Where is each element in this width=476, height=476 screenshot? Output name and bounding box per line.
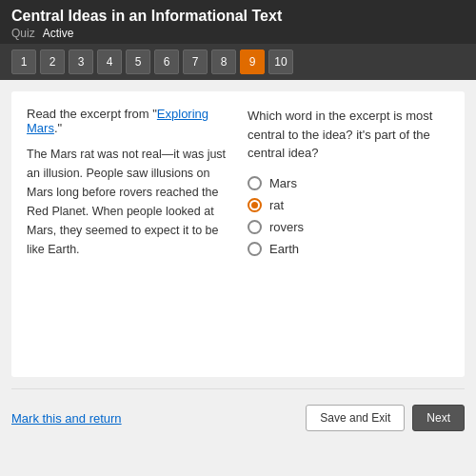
save-exit-button[interactable]: Save and Exit <box>306 405 405 431</box>
quiz-label: Quiz <box>11 27 35 40</box>
option-rovers[interactable]: rovers <box>248 220 449 234</box>
nav-button-3[interactable]: 3 <box>69 50 93 74</box>
nav-button-9[interactable]: 9 <box>240 50 265 74</box>
option-label: rovers <box>269 220 304 234</box>
page-title: Central Ideas in an Informational Text <box>11 8 465 25</box>
nav-button-8[interactable]: 8 <box>211 50 236 74</box>
next-button[interactable]: Next <box>412 405 465 431</box>
question-nav: 12345678910 <box>0 44 476 80</box>
radio-circle <box>248 176 262 190</box>
nav-button-2[interactable]: 2 <box>40 50 65 74</box>
excerpt-text: The Mars rat was not real—it was just an… <box>27 145 228 259</box>
radio-circle <box>248 242 262 256</box>
radio-circle <box>248 198 262 212</box>
nav-button-1[interactable]: 1 <box>11 50 36 74</box>
radio-circle <box>248 220 262 234</box>
options-list: MarsratroversEarth <box>248 176 449 256</box>
option-rat[interactable]: rat <box>248 198 449 212</box>
option-mars[interactable]: Mars <box>248 176 449 190</box>
question-text: Which word in the excerpt is most centra… <box>248 107 449 163</box>
nav-button-6[interactable]: 6 <box>154 50 179 74</box>
header: Central Ideas in an Informational Text Q… <box>0 0 476 44</box>
mark-return-link[interactable]: Mark this and return <box>11 411 122 426</box>
option-label: Mars <box>269 176 297 190</box>
excerpt-intro: Read the excerpt from "Exploring Mars." <box>27 107 228 135</box>
option-label: Earth <box>269 242 299 256</box>
left-panel: Read the excerpt from "Exploring Mars." … <box>27 107 228 362</box>
footer-buttons: Save and Exit Next <box>306 405 465 431</box>
option-earth[interactable]: Earth <box>248 242 449 256</box>
excerpt-link[interactable]: Exploring Mars <box>27 107 208 135</box>
nav-button-4[interactable]: 4 <box>97 50 122 74</box>
active-badge: Active <box>43 27 74 40</box>
nav-button-10[interactable]: 10 <box>268 50 293 74</box>
footer: Mark this and return Save and Exit Next <box>0 397 476 439</box>
nav-button-7[interactable]: 7 <box>183 50 208 74</box>
nav-button-5[interactable]: 5 <box>126 50 150 74</box>
right-panel: Which word in the excerpt is most centra… <box>248 107 449 362</box>
option-label: rat <box>269 198 284 212</box>
